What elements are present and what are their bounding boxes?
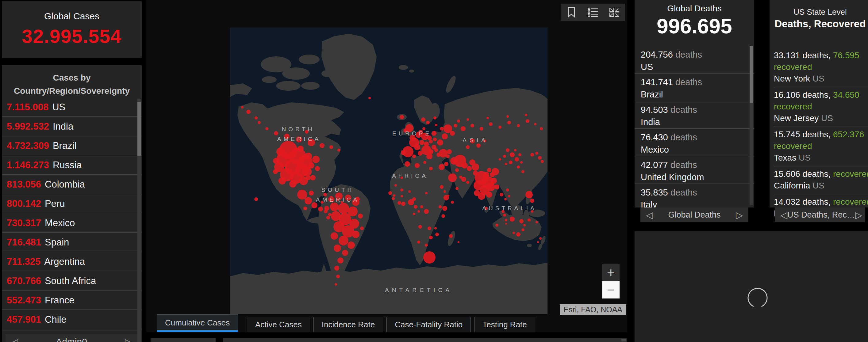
legend-icon[interactable] <box>584 4 602 20</box>
deaths-row[interactable]: 94.503 deathsIndia <box>634 101 754 129</box>
case-dot[interactable] <box>510 217 515 221</box>
case-dot[interactable] <box>420 205 423 208</box>
case-dot[interactable] <box>401 202 405 206</box>
case-row[interactable]: 7.115.008US <box>2 98 142 117</box>
case-dot[interactable] <box>435 233 439 236</box>
case-dot[interactable] <box>534 123 536 125</box>
case-row[interactable]: 5.992.532India <box>2 117 142 136</box>
case-dot[interactable] <box>503 155 506 158</box>
case-row[interactable]: 711.325Argentina <box>2 252 142 271</box>
deaths-row[interactable]: 35.835 deathsItaly <box>634 184 754 207</box>
case-dot[interactable] <box>433 116 436 119</box>
case-dot[interactable] <box>423 161 426 164</box>
case-dot[interactable] <box>400 115 404 119</box>
case-dot[interactable] <box>505 223 507 225</box>
case-dot[interactable] <box>429 140 433 143</box>
case-dot[interactable] <box>435 124 437 126</box>
case-dot[interactable] <box>528 218 531 221</box>
case-dot[interactable] <box>506 148 509 152</box>
case-dot[interactable] <box>540 127 543 130</box>
case-dot[interactable] <box>454 124 457 128</box>
case-dot[interactable] <box>422 127 426 130</box>
case-dot[interactable] <box>447 149 452 154</box>
case-dot[interactable] <box>473 171 478 176</box>
case-dot[interactable] <box>541 160 544 163</box>
case-dot[interactable] <box>539 237 541 240</box>
case-dot[interactable] <box>487 168 491 172</box>
next-page-icon[interactable]: ▷ <box>125 337 132 342</box>
case-dot[interactable] <box>298 145 304 152</box>
case-dot[interactable] <box>327 216 330 219</box>
case-dot[interactable] <box>308 163 314 169</box>
case-dot[interactable] <box>441 214 445 218</box>
case-dot[interactable] <box>439 205 442 208</box>
case-dot[interactable] <box>520 161 523 164</box>
case-dot[interactable] <box>424 209 429 214</box>
case-dot[interactable] <box>433 138 437 141</box>
case-dot[interactable] <box>456 187 459 190</box>
case-dot[interactable] <box>241 106 244 108</box>
case-dot[interactable] <box>305 197 312 204</box>
case-dot[interactable] <box>276 147 285 156</box>
case-dot[interactable] <box>535 152 538 155</box>
case-dot[interactable] <box>323 193 327 197</box>
case-dot[interactable] <box>450 131 455 136</box>
case-dot[interactable] <box>432 131 436 136</box>
case-dot[interactable] <box>444 162 448 166</box>
case-dot[interactable] <box>324 206 329 211</box>
case-dot[interactable] <box>483 172 489 178</box>
case-dot[interactable] <box>417 241 420 244</box>
case-dot[interactable] <box>466 181 469 184</box>
case-dot[interactable] <box>360 227 364 230</box>
case-dot[interactable] <box>358 214 363 218</box>
case-row[interactable]: 552.473France <box>2 290 142 310</box>
case-dot[interactable] <box>450 157 458 165</box>
prev-page-icon[interactable]: ◁ <box>11 337 18 342</box>
case-dot[interactable] <box>303 207 307 210</box>
deaths-row[interactable]: 42.077 deathsUnited Kingdom <box>634 156 754 184</box>
case-dot[interactable] <box>418 151 423 156</box>
case-dot[interactable] <box>507 121 511 125</box>
case-dot[interactable] <box>421 117 426 122</box>
case-dot[interactable] <box>273 169 278 174</box>
case-dot[interactable] <box>246 110 251 114</box>
bookmark-icon[interactable] <box>562 4 581 20</box>
case-dot[interactable] <box>401 150 406 155</box>
case-dot[interactable] <box>440 185 443 189</box>
case-dot[interactable] <box>461 126 466 131</box>
case-dot[interactable] <box>335 283 337 285</box>
case-dot[interactable] <box>537 241 539 243</box>
case-dot[interactable] <box>309 191 314 196</box>
case-dot[interactable] <box>393 194 395 197</box>
case-dot[interactable] <box>510 152 515 157</box>
case-dot[interactable] <box>330 145 333 149</box>
case-dot[interactable] <box>451 201 454 204</box>
us-state-row[interactable]: 15.745 deaths, 652.376recoveredTexas US <box>774 127 868 166</box>
case-dot[interactable] <box>486 192 492 198</box>
tab-case-fatality-ratio[interactable]: Case-Fatality Ratio <box>386 317 471 332</box>
case-dot[interactable] <box>368 97 371 99</box>
case-dot[interactable] <box>509 161 513 164</box>
deaths-row[interactable]: 204.756 deathsUS <box>634 46 754 73</box>
case-dot[interactable] <box>279 177 286 184</box>
case-dot[interactable] <box>254 197 258 201</box>
case-dot[interactable] <box>400 189 403 192</box>
case-dot[interactable] <box>425 192 428 194</box>
case-dot[interactable] <box>429 167 433 170</box>
case-dot[interactable] <box>515 157 519 162</box>
case-dot[interactable] <box>297 190 307 200</box>
case-dot[interactable] <box>443 190 446 193</box>
case-dot[interactable] <box>425 244 428 247</box>
case-dot[interactable] <box>442 133 448 139</box>
case-dot[interactable] <box>434 148 438 152</box>
case-dot[interactable] <box>530 199 534 203</box>
case-dot[interactable] <box>508 195 510 197</box>
prev-page-icon[interactable]: ◁ <box>780 210 787 220</box>
case-dot[interactable] <box>489 122 493 126</box>
case-dot[interactable] <box>337 258 343 264</box>
case-dot[interactable] <box>289 180 297 187</box>
case-dot[interactable] <box>439 164 445 170</box>
tab-cumulative-cases[interactable]: Cumulative Cases <box>157 314 238 332</box>
case-dot[interactable] <box>535 221 538 224</box>
case-dot[interactable] <box>395 184 397 186</box>
